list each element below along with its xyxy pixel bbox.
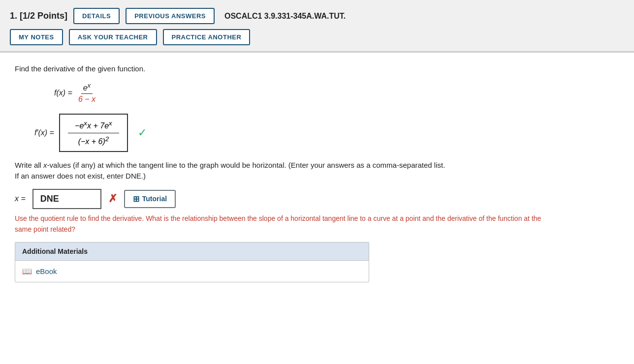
fx-label: f(x) = — [54, 89, 72, 97]
fprime-label: f′(x) = — [34, 128, 54, 137]
ask-teacher-button[interactable]: ASK YOUR TEACHER — [69, 29, 157, 45]
practice-another-button[interactable]: PRACTICE ANOTHER — [163, 29, 251, 45]
fprime-denominator: (−x + 6)2 — [68, 135, 119, 146]
question-label: 1. [1/2 Points] — [10, 11, 67, 21]
problem-code: OSCALC1 3.9.331-345A.WA.TUT. — [224, 12, 346, 21]
tutorial-label: Tutorial — [142, 195, 167, 203]
ebook-link[interactable]: 📖 eBook — [22, 267, 362, 276]
horizontal-line2: If an answer does not exist, enter DNE.) — [15, 172, 146, 180]
fx-definition: f(x) = ex 6 − x — [54, 82, 619, 104]
tutorial-icon: ⊞ — [133, 194, 139, 204]
additional-materials-header: Additional Materials — [15, 243, 369, 261]
top-bar: 1. [1/2 Points] DETAILS PREVIOUS ANSWERS… — [0, 0, 634, 52]
x-input[interactable] — [32, 189, 101, 209]
fx-numerator: ex — [81, 82, 93, 94]
find-derivative-text: Find the derivative of the given functio… — [15, 64, 619, 73]
bottom-row: MY NOTES ASK YOUR TEACHER PRACTICE ANOTH… — [10, 29, 624, 45]
fx-denominator: 6 − x — [76, 94, 97, 104]
incorrect-mark: ✗ — [108, 192, 117, 205]
ebook-label: eBook — [36, 267, 57, 275]
previous-answers-button[interactable]: PREVIOUS ANSWERS — [126, 8, 215, 24]
hint-text: Use the quotient rule to find the deriva… — [15, 213, 556, 235]
fx-line: f(x) = ex 6 − x — [54, 82, 619, 104]
ebook-icon: 📖 — [22, 267, 32, 276]
horizontal-tangent-text: Write all x-values (if any) at which the… — [15, 160, 619, 182]
x-equals-label: x = — [15, 194, 26, 203]
fprime-block: f′(x) = −exx + 7ex (−x + 6)2 ✓ — [34, 114, 619, 152]
content-area: Find the derivative of the given functio… — [0, 52, 634, 364]
fprime-numerator: −exx + 7ex — [68, 120, 119, 133]
my-notes-button[interactable]: MY NOTES — [10, 29, 63, 45]
horizontal-line1: Write all x-values (if any) at which the… — [15, 161, 445, 169]
fprime-answer-box: −exx + 7ex (−x + 6)2 — [59, 114, 128, 152]
x-values-row: x = ✗ ⊞ Tutorial — [15, 189, 619, 209]
tutorial-button[interactable]: ⊞ Tutorial — [124, 190, 176, 208]
additional-materials-body: 📖 eBook — [15, 261, 369, 282]
fx-fraction: ex 6 − x — [76, 82, 97, 104]
correct-checkmark: ✓ — [138, 126, 147, 139]
additional-materials: Additional Materials 📖 eBook — [15, 242, 369, 282]
details-button[interactable]: DETAILS — [73, 8, 120, 24]
top-row: 1. [1/2 Points] DETAILS PREVIOUS ANSWERS… — [10, 8, 624, 24]
